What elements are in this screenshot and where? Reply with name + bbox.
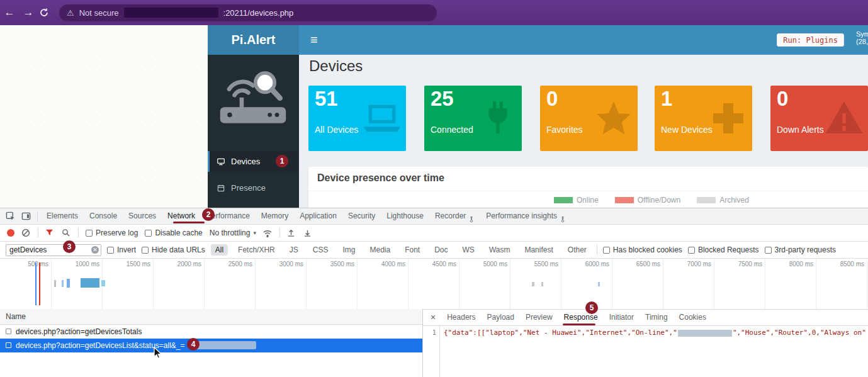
has-blocked-cookies-option[interactable]: Has blocked cookies: [603, 245, 682, 254]
filter-input-box[interactable]: ✕: [6, 244, 101, 256]
tab-security[interactable]: Security: [342, 208, 381, 224]
filter-chip-doc[interactable]: Doc: [430, 244, 452, 256]
tab-sources[interactable]: Sources: [123, 208, 162, 224]
has-blocked-cookies-checkbox[interactable]: [603, 247, 610, 254]
clear-icon[interactable]: [21, 228, 31, 238]
devtools-tab-bar: Elements Console Sources Network Perform…: [0, 208, 868, 225]
legend-swatch: [697, 197, 716, 203]
record-icon[interactable]: [7, 229, 14, 237]
filter-chip-fetch-xhr[interactable]: Fetch/XHR: [234, 244, 279, 256]
load-event-line: [39, 262, 40, 305]
tab-headers[interactable]: Headers: [441, 309, 481, 325]
network-conditions-icon[interactable]: [263, 228, 273, 238]
disable-cache-checkbox[interactable]: [145, 230, 152, 237]
request-list: Name devices.php?action=getDevicesTotals…: [0, 309, 423, 377]
filter-icon[interactable]: [45, 228, 55, 238]
request-list-header[interactable]: Name: [0, 309, 422, 325]
preserve-log-checkbox[interactable]: [86, 230, 93, 237]
address-bar[interactable]: ⚠ Not secure :20211/devices.php: [59, 4, 437, 21]
security-label: Not secure: [79, 8, 119, 18]
hide-data-urls-checkbox[interactable]: [142, 247, 149, 254]
menu-toggle-icon[interactable]: ≡: [310, 25, 318, 55]
stat-value: 0: [546, 87, 558, 111]
search-icon[interactable]: [62, 228, 71, 238]
user-line-1: Sym: [856, 30, 868, 38]
close-icon[interactable]: ×: [423, 312, 441, 322]
stat-card-down-alerts[interactable]: 0 Down Alerts: [770, 86, 868, 151]
tab-cookies[interactable]: Cookies: [674, 309, 712, 325]
tab-application[interactable]: Application: [294, 208, 342, 224]
timeline-gridline: [816, 259, 816, 309]
throttling-select[interactable]: No throttling ▾: [210, 228, 256, 237]
stat-card-connected[interactable]: 25 Connected: [424, 86, 522, 151]
response-body[interactable]: 1 {"data":[["laptop","Net - Huawei","Int…: [423, 326, 868, 377]
filter-chip-img[interactable]: Img: [338, 244, 359, 256]
network-toolbar: Preserve log Disable cache No throttling…: [0, 225, 868, 242]
plus-icon: [708, 98, 748, 138]
invert-option[interactable]: Invert: [107, 245, 136, 254]
filter-chip-ws[interactable]: WS: [458, 244, 479, 256]
har-import-icon[interactable]: [287, 228, 296, 238]
blocked-requests-checkbox[interactable]: [688, 247, 695, 254]
reload-icon[interactable]: [39, 8, 49, 18]
hide-data-urls-option[interactable]: Hide data URLs: [142, 245, 205, 254]
timeline-gridline: [714, 259, 714, 309]
stat-card-all-devices[interactable]: 51 All Devices: [308, 86, 406, 151]
tab-elements[interactable]: Elements: [41, 208, 84, 224]
timeline-tick-label: 8500 ms: [828, 261, 864, 267]
throttling-value: No throttling: [210, 228, 251, 237]
inspect-icon[interactable]: [6, 211, 15, 221]
not-secure-warning-icon[interactable]: ⚠: [67, 8, 74, 18]
tab-performance-insights[interactable]: Performance insights: [480, 208, 572, 224]
network-activity-mark: [598, 282, 600, 286]
presence-panel: Device presence over time Online Offline…: [308, 167, 868, 208]
invert-checkbox[interactable]: [107, 247, 114, 254]
tab-lighthouse[interactable]: Lighthouse: [381, 208, 429, 224]
tab-console[interactable]: Console: [84, 208, 123, 224]
filter-chip-media[interactable]: Media: [365, 244, 395, 256]
timeline-gridline: [51, 259, 52, 309]
warning-icon: [824, 98, 864, 138]
forward-icon[interactable]: →: [19, 6, 38, 19]
third-party-requests-checkbox[interactable]: [765, 247, 772, 254]
tab-recorder[interactable]: Recorder: [429, 208, 480, 224]
filter-chip-wasm[interactable]: Wasm: [485, 244, 515, 256]
preserve-log-option[interactable]: Preserve log: [86, 228, 138, 237]
third-party-requests-option[interactable]: 3rd-party requests: [765, 245, 836, 254]
disable-cache-option[interactable]: Disable cache: [145, 228, 202, 237]
filter-chip-manifest[interactable]: Manifest: [520, 244, 557, 256]
tab-timing[interactable]: Timing: [640, 309, 674, 325]
experiment-icon: [468, 213, 475, 220]
calendar-icon: [217, 184, 225, 193]
network-overview[interactable]: 500 ms1000 ms1500 ms2000 ms2500 ms3000 m…: [0, 259, 868, 310]
har-export-icon[interactable]: [303, 228, 313, 238]
tab-initiator[interactable]: Initiator: [604, 309, 640, 325]
tab-payload[interactable]: Payload: [482, 309, 520, 325]
stat-card-new-devices[interactable]: 1 New Devices: [655, 86, 752, 151]
clear-filter-icon[interactable]: ✕: [91, 246, 99, 254]
screen: ← → ⚠ Not secure :20211/devices.php Pi.A…: [0, 0, 868, 377]
request-row-selected[interactable]: devices.php?action=getDevicesList&status…: [0, 339, 422, 352]
app-header: ≡ Run: Plugins Sym (28,: [299, 25, 868, 55]
timeline-gridline: [357, 259, 358, 309]
filter-chip-other[interactable]: Other: [563, 244, 591, 256]
brand-logo[interactable]: Pi.Alert: [208, 25, 299, 55]
tab-memory[interactable]: Memory: [256, 208, 294, 224]
filter-chip-font[interactable]: Font: [400, 244, 424, 256]
line-number-gutter: 1: [423, 326, 440, 377]
run-plugins-button[interactable]: Run: Plugins: [777, 33, 844, 47]
page-title: Devices: [309, 57, 363, 75]
back-icon[interactable]: ←: [0, 6, 19, 19]
timeline-gridline: [867, 259, 867, 309]
filter-chip-all[interactable]: All: [211, 244, 228, 256]
filter-chip-js[interactable]: JS: [285, 244, 303, 256]
request-row[interactable]: devices.php?action=getDevicesTotals: [0, 325, 422, 339]
tab-preview[interactable]: Preview: [520, 309, 558, 325]
filter-chip-css[interactable]: CSS: [308, 244, 333, 256]
sidebar-item-presence[interactable]: Presence: [208, 177, 299, 198]
stat-card-favorites[interactable]: 0 Favorites: [540, 86, 638, 151]
device-toolbar-icon[interactable]: [21, 211, 31, 221]
user-info[interactable]: Sym (28,: [856, 30, 868, 45]
blocked-requests-option[interactable]: Blocked Requests: [688, 245, 759, 254]
legend-swatch: [615, 197, 634, 203]
